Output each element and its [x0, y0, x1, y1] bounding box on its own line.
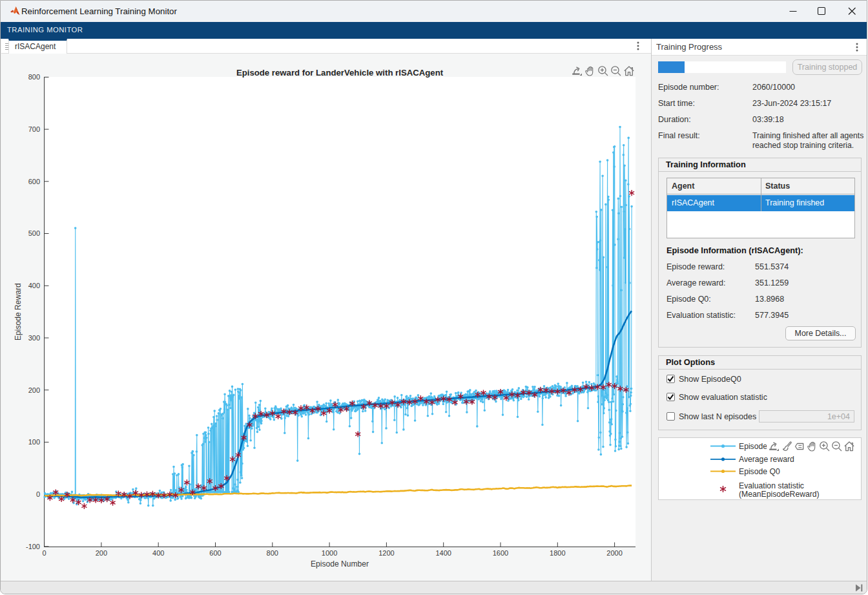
svg-text:Episode Number: Episode Number	[311, 559, 369, 569]
svg-text:1000: 1000	[322, 549, 337, 557]
svg-text:Episode reward for LanderVehic: Episode reward for LanderVehicle with rI…	[236, 68, 444, 78]
svg-text:1200: 1200	[378, 549, 394, 557]
svg-text:800: 800	[267, 549, 278, 557]
svg-text:Average reward: Average reward	[739, 455, 794, 464]
svg-text:400: 400	[28, 282, 40, 289]
svg-text:300: 300	[28, 334, 40, 342]
svg-text:Episode Q0: Episode Q0	[739, 467, 780, 476]
svg-text:0: 0	[43, 549, 46, 557]
svg-text:500: 500	[28, 229, 40, 237]
svg-text:0: 0	[36, 490, 40, 498]
svg-text:100: 100	[28, 438, 40, 446]
svg-text:1800: 1800	[550, 549, 565, 557]
svg-text:200: 200	[96, 549, 107, 557]
svg-text:600: 600	[209, 549, 221, 557]
svg-text:2000: 2000	[606, 549, 622, 557]
svg-text:600: 600	[28, 178, 40, 185]
svg-text:1400: 1400	[435, 549, 451, 557]
svg-text:800: 800	[28, 73, 40, 81]
svg-text:Episode Reward: Episode Reward	[14, 283, 23, 340]
svg-text:200: 200	[28, 386, 40, 394]
svg-text:700: 700	[28, 125, 40, 133]
svg-text:400: 400	[152, 549, 164, 557]
svg-text:(MeanEpisodeReward): (MeanEpisodeReward)	[739, 490, 820, 499]
svg-text:-100: -100	[26, 543, 40, 550]
svg-text:1600: 1600	[493, 549, 508, 557]
